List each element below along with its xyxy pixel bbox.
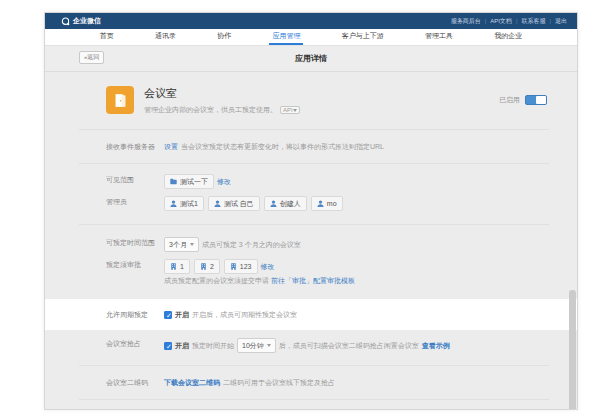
wecom-logo-icon <box>61 17 70 26</box>
topbar-link-separator: | <box>485 18 487 24</box>
topbar-link[interactable]: 联系客服 <box>521 17 545 26</box>
visible-scope-row: 可见范围 测试一下 修改 <box>45 166 577 192</box>
chip-label: 测试 自己 <box>224 198 254 209</box>
scrollbar-thumb[interactable] <box>569 290 576 410</box>
create-permission-row: 会议室创建权限 允许成员创建 <box>45 402 577 410</box>
building-icon <box>170 263 177 270</box>
approval-room-chip[interactable]: 123 <box>224 259 258 274</box>
admin-chip[interactable]: 创建人 <box>264 196 307 211</box>
qrcode-download-link[interactable]: 下载会议室二维码 <box>164 377 220 388</box>
admin-chip[interactable]: 测试1 <box>164 196 204 211</box>
admin-chips: 测试1测试 自己创建人mo <box>164 196 343 211</box>
status-label: 已启用 <box>499 95 520 105</box>
nav-item-customers-updown[interactable]: 客户与上下游 <box>339 29 387 45</box>
seize-delay-select[interactable]: 10分钟 <box>237 338 276 353</box>
chevron-down-icon <box>190 243 194 246</box>
topbar-link-separator: | <box>549 18 551 24</box>
row-label: 会议室二维码 <box>106 377 164 388</box>
visibility-scope-chip[interactable]: 测试一下 <box>164 174 214 189</box>
recurring-checkbox-label: 开启 <box>175 309 189 320</box>
main-nav: 首页通讯录协作应用管理客户与上下游管理工具我的企业 <box>45 29 577 46</box>
row-label: 会议室抢占 <box>106 338 164 349</box>
meeting-room-app-icon <box>106 86 134 114</box>
approval-chips: 12123 <box>164 259 258 274</box>
back-button[interactable]: «返回 <box>79 51 104 64</box>
person-icon <box>270 200 277 207</box>
booking-range-select[interactable]: 3个月 <box>164 237 199 252</box>
topbar: 企业微信 服务商后台|API文档|联系客服|退出 <box>45 13 577 29</box>
topbar-link[interactable]: API文档 <box>490 17 512 26</box>
approval-template-link[interactable]: 前往「审批」配置审批模板 <box>271 277 355 284</box>
chip-label: 创建人 <box>280 198 301 209</box>
page-header: «返回 应用详情 <box>45 46 577 72</box>
topbar-link[interactable]: 退出 <box>555 17 567 26</box>
api-badge[interactable]: API <box>280 106 300 114</box>
divider <box>79 365 549 366</box>
brand[interactable]: 企业微信 <box>61 16 101 26</box>
chip-label: 测试1 <box>180 198 198 209</box>
row-label: 可见范围 <box>106 174 164 185</box>
divider <box>79 129 549 130</box>
nav-item-app-management[interactable]: 应用管理 <box>269 29 303 45</box>
approval-room-chip[interactable]: 1 <box>164 259 190 274</box>
folder-icon <box>170 178 177 185</box>
approval-room-chip[interactable]: 2 <box>194 259 220 274</box>
page-content: «返回 应用详情 会议室 管理企业内部的会议室，供员工预定使用。 API <box>45 46 577 410</box>
recurring-booking-row: 允许周期预定 开启 开启后，成员可周期性预定会议室 <box>45 299 577 330</box>
building-icon <box>200 263 207 270</box>
topbar-link-separator: | <box>516 18 518 24</box>
app-header-row: 会议室 管理企业内部的会议室，供员工预定使用。 API 已启用 <box>45 72 577 127</box>
nav-item-collaboration[interactable]: 协作 <box>214 29 234 45</box>
approval-note-text: 成员预定配置的会议室须提交申请 <box>164 277 269 284</box>
booking-range-row: 可预定时间范围 3个月 成员可预定 3 个月之内的会议室 <box>45 227 577 255</box>
admins-row: 管理员 测试1测试 自己创建人mo <box>45 192 577 222</box>
seize-text-before: 预定时间开始 <box>192 340 234 351</box>
chip-label: 1 <box>180 261 184 272</box>
visibility-chips: 测试一下 <box>164 174 214 189</box>
app-description: 管理企业内部的会议室，供员工预定使用。 <box>144 105 277 115</box>
nav-item-home[interactable]: 首页 <box>97 29 117 45</box>
brand-name: 企业微信 <box>73 16 101 26</box>
recurring-description: 开启后，成员可周期性预定会议室 <box>192 309 297 320</box>
building-icon <box>230 263 237 270</box>
seize-checkbox[interactable] <box>164 342 172 350</box>
app-name: 会议室 <box>144 86 300 101</box>
page-title: 应用详情 <box>295 53 327 64</box>
recurring-checkbox[interactable] <box>164 311 172 319</box>
app-detail-card: 会议室 管理企业内部的会议室，供员工预定使用。 API 已启用 <box>45 72 577 410</box>
admin-chip[interactable]: 测试 自己 <box>208 196 260 211</box>
enabled-toggle[interactable] <box>525 95 547 105</box>
row-label: 允许周期预定 <box>106 309 164 320</box>
seize-checkbox-label: 开启 <box>175 340 189 351</box>
callback-description: 当会议室预定状态有更新变化时，将以事件的形式推送到指定URL <box>181 141 384 152</box>
nav-item-my-enterprise[interactable]: 我的企业 <box>491 29 525 45</box>
callback-configure-link[interactable]: 设置 <box>164 141 178 152</box>
select-value: 10分钟 <box>242 340 264 351</box>
seize-example-link[interactable]: 查看示例 <box>422 340 450 351</box>
divider <box>79 399 549 400</box>
row-label: 预定须审批 <box>106 259 164 270</box>
seize-text-after: 后，成员可扫描会议室二维码抢占闲置会议室 <box>279 340 419 351</box>
nav-item-contacts[interactable]: 通讯录 <box>152 29 179 45</box>
person-icon <box>170 200 177 207</box>
person-icon <box>317 200 324 207</box>
divider <box>79 163 549 164</box>
chip-label: 测试一下 <box>180 176 208 187</box>
approval-modify-link[interactable]: 修改 <box>261 261 275 272</box>
row-label: 接收事件服务器 <box>106 141 164 152</box>
nav-item-management-tools[interactable]: 管理工具 <box>422 29 456 45</box>
api-badge-label: API <box>283 107 293 113</box>
app-description-line: 管理企业内部的会议室，供员工预定使用。 API <box>144 105 300 115</box>
admin-chip[interactable]: mo <box>311 196 343 211</box>
app-info: 会议室 管理企业内部的会议室，供员工预定使用。 API <box>144 86 300 115</box>
topbar-link[interactable]: 服务商后台 <box>451 17 481 26</box>
approval-note: 成员预定配置的会议室须提交申请 前往「审批」配置审批模板 <box>45 276 577 294</box>
person-icon <box>214 200 221 207</box>
callback-server-row: 接收事件服务器 设置 当会议室预定状态有更新变化时，将以事件的形式推送到指定UR… <box>45 132 577 161</box>
visibility-modify-link[interactable]: 修改 <box>217 176 231 187</box>
booking-range-description: 成员可预定 3 个月之内的会议室 <box>202 239 301 250</box>
divider <box>79 224 549 225</box>
qrcode-description: 二维码可用于会议室线下预定及抢占 <box>223 377 335 388</box>
chevron-down-icon <box>267 344 271 347</box>
app-status: 已启用 <box>499 86 547 105</box>
